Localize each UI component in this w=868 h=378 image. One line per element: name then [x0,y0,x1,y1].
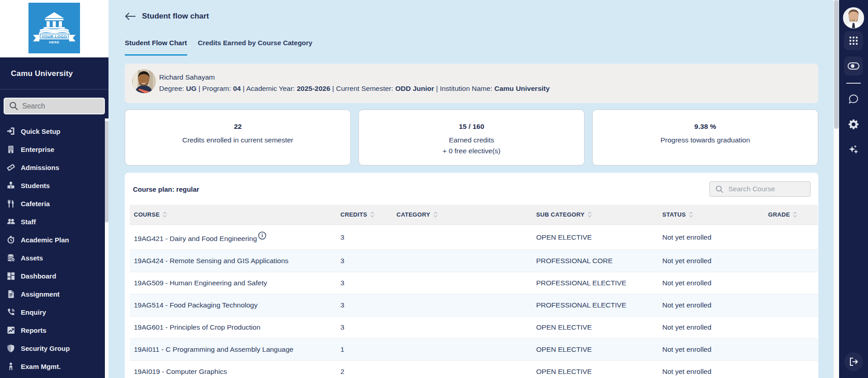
svg-text:HERE: HERE [49,40,59,44]
svg-text:YOUR LOGO: YOUR LOGO [42,34,67,39]
